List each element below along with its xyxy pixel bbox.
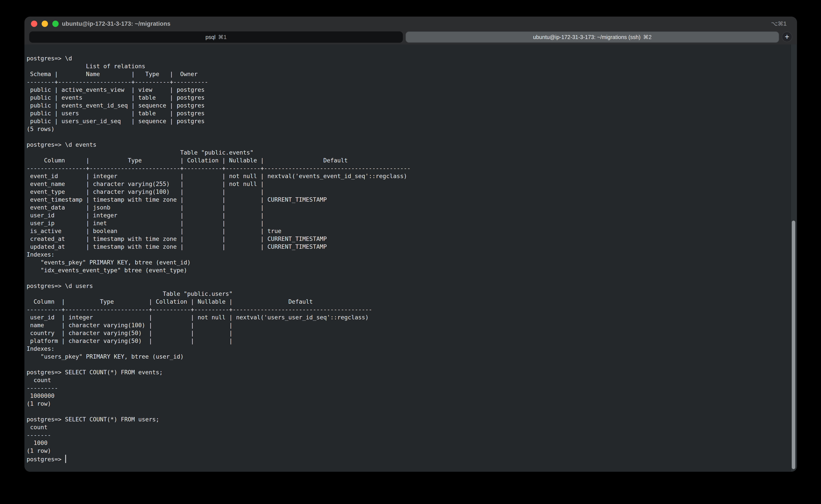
window-title: ubuntu@ip-172-31-3-173: ~/migrations [62, 20, 170, 27]
title-bar[interactable]: ubuntu@ip-172-31-3-173: ~/migrations ⌥⌘1 [24, 17, 797, 31]
prompt-line: postgres=> [24, 455, 797, 463]
window-shortcut-hint: ⌥⌘1 [771, 20, 787, 27]
scrollbar-thumb[interactable] [792, 221, 795, 469]
terminal-output: postgres=> \d List of relations Schema |… [24, 44, 797, 455]
traffic-lights [31, 21, 59, 27]
plus-icon: + [785, 33, 789, 41]
text-cursor [65, 455, 66, 463]
tab-label: ubuntu@ip-172-31-3-173: ~/migrations (ss… [533, 34, 640, 40]
scrollbar[interactable] [790, 44, 797, 471]
new-tab-button[interactable]: + [782, 32, 792, 42]
tab-label: psql [206, 34, 216, 40]
tab-shortcut-hint: ⌘1 [218, 34, 227, 40]
tab-ssh[interactable]: ubuntu@ip-172-31-3-173: ~/migrations (ss… [405, 31, 779, 43]
minimize-button[interactable] [42, 21, 48, 27]
tab-psql[interactable]: psql ⌘1 [29, 31, 403, 43]
shell-prompt: postgres=> [27, 456, 65, 463]
fullscreen-button[interactable] [52, 21, 59, 27]
tab-shortcut-hint: ⌘2 [643, 34, 652, 40]
tab-bar: psql ⌘1 ubuntu@ip-172-31-3-173: ~/migrat… [24, 31, 797, 45]
close-button[interactable] [31, 21, 37, 27]
terminal-window: ubuntu@ip-172-31-3-173: ~/migrations ⌥⌘1… [24, 17, 797, 472]
terminal-content[interactable]: postgres=> \d List of relations Schema |… [24, 44, 797, 472]
